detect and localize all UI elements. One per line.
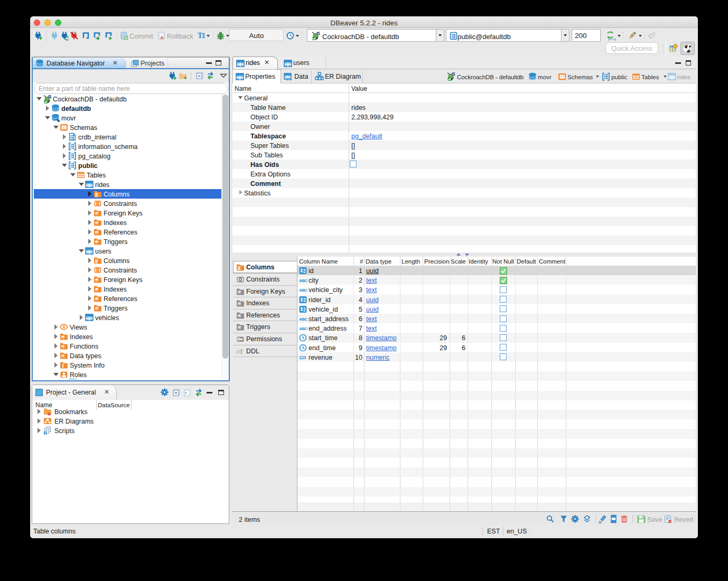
svg-text:123: 123 (299, 355, 306, 360)
svg-text:T: T (198, 32, 203, 40)
svg-text:ABC: ABC (299, 326, 308, 331)
svg-text:ABC: ABC (299, 288, 308, 293)
svg-text:ABC: ABC (299, 278, 308, 283)
svg-text:T: T (239, 348, 244, 355)
svg-text:ABC: ABC (299, 317, 308, 322)
